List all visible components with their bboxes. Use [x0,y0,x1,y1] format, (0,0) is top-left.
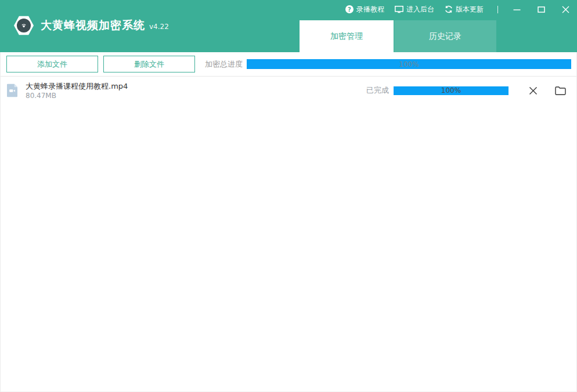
header: ? 录播教程 进入后台 版本更新 [0,0,577,52]
file-status: 已完成 [366,85,389,96]
menu-item-tutorial[interactable]: ? 录播教程 [345,5,384,14]
tab-encrypt-manage[interactable]: 加密管理 [300,20,394,52]
open-folder-icon[interactable] [553,84,568,97]
main-content: 添加文件 删除文件 加密总进度 100% 大黄蜂录播课程使用教程.mp4 80.… [0,52,577,392]
minimize-button[interactable] [510,2,524,16]
menu-item-update[interactable]: 版本更新 [445,5,484,14]
file-meta: 大黄蜂录播课程使用教程.mp4 80.47MB [26,82,128,100]
app-title: 大黄蜂视频加密系统 [41,18,145,33]
overall-progress-bar: 100% [247,59,571,69]
toolbar: 添加文件 删除文件 加密总进度 100% [1,52,576,77]
file-progress-text: 100% [394,86,509,95]
menu-item-label: 进入后台 [406,5,434,14]
refresh-icon [445,5,453,13]
tab-bar: 加密管理 历史记录 [300,20,496,52]
delete-file-button[interactable]: 删除文件 [103,56,195,72]
overall-progress-label: 加密总进度 [205,59,243,70]
top-menu: ? 录播教程 进入后台 版本更新 [345,0,572,19]
app-logo-icon [14,15,34,36]
add-file-button[interactable]: 添加文件 [6,56,98,72]
monitor-icon [395,6,403,13]
close-button[interactable] [558,2,572,16]
file-size: 80.47MB [26,92,128,100]
app-window: ? 录播教程 进入后台 版本更新 [0,0,577,392]
maximize-button[interactable] [534,2,548,16]
video-file-icon [6,84,18,97]
window-controls-separator [497,6,498,13]
menu-item-label: 版本更新 [456,5,484,14]
file-row-right: 已完成 100% [366,84,576,97]
overall-progress-text: 100% [247,59,571,69]
remove-file-icon[interactable] [526,84,540,97]
file-name: 大黄蜂录播课程使用教程.mp4 [26,82,128,90]
tab-history[interactable]: 历史记录 [394,20,496,52]
brand: 大黄蜂视频加密系统 v4.22 [14,15,169,36]
menu-item-backend[interactable]: 进入后台 [395,5,434,14]
file-row: 大黄蜂录播课程使用教程.mp4 80.47MB 已完成 100% [1,77,576,104]
menu-item-label: 录播教程 [356,5,384,14]
help-icon: ? [345,5,354,13]
app-version: v4.22 [149,23,169,31]
file-progress-bar: 100% [394,86,509,95]
